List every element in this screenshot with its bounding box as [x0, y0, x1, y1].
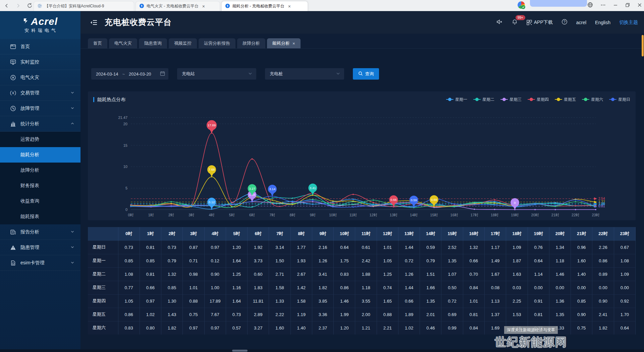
globe-icon[interactable] [587, 2, 593, 9]
legend-item-星期五[interactable]: 星期五 [555, 97, 576, 102]
svg-text:22时: 22时 [572, 213, 579, 217]
energy-chart-svg: 0510152021.470时1时2时3时4时5时6时7时8时9时10时11时1… [93, 105, 630, 220]
browser-popup-chip[interactable] [530, 0, 587, 7]
legend-marker-icon [582, 98, 589, 101]
value-cell: 0.03 [506, 281, 528, 294]
query-button[interactable]: 查询 [353, 68, 379, 80]
value-cell: 2.26 [592, 240, 614, 254]
value-cell: 0.73 [226, 308, 247, 321]
legend-item-星期六[interactable]: 星期六 [582, 97, 603, 102]
column-header: 9时 [312, 227, 333, 240]
value-cell: 1.66 [420, 281, 441, 294]
module-tab-电气火灾[interactable]: 电气火灾 [109, 38, 137, 48]
chevron-down-icon [70, 106, 74, 111]
vertical-scrollbar-thumb[interactable] [642, 35, 644, 56]
value-cell: 1.08 [118, 267, 140, 281]
sidebar-item-隐患管理[interactable]: 隐患管理 [0, 240, 80, 255]
forward-button[interactable] [15, 2, 21, 9]
column-header: 18时 [506, 227, 528, 240]
username[interactable]: acrel [576, 20, 586, 25]
brand-subtitle: 安科瑞电气 [24, 28, 58, 34]
module-tab-视频监控[interactable]: 视频监控 [169, 38, 197, 48]
submenu-item-能耗报表[interactable]: 能耗报表 [0, 209, 80, 224]
tab-close-icon[interactable]: × [292, 41, 295, 46]
pile-select[interactable]: 充电桩 [265, 68, 344, 80]
value-cell: 2.89 [248, 308, 269, 321]
svg-text:1时: 1时 [148, 213, 154, 217]
sidebar-item-报告分析[interactable]: 报告分析 [0, 224, 80, 240]
row-label: 星期日 [88, 240, 118, 254]
date-end[interactable]: 2024-03-20 [129, 72, 151, 77]
value-cell: 1.05 [377, 254, 398, 267]
mute-icon[interactable] [496, 18, 503, 26]
value-cell: 2.67 [290, 267, 312, 281]
browser-tab[interactable]: 能耗分析 - 充电桩收费云平台× [221, 1, 308, 11]
legend-item-星期日[interactable]: 星期日 [609, 97, 630, 102]
module-tab-首页[interactable]: 首页 [88, 38, 107, 48]
legend-item-星期二[interactable]: 星期二 [473, 97, 494, 102]
module-tab-故障分析[interactable]: 故障分析 [237, 38, 265, 48]
horizontal-scrollbar[interactable] [0, 349, 644, 352]
legend-item-星期四[interactable]: 星期四 [528, 97, 549, 102]
restore-button[interactable] [625, 3, 630, 9]
sidebar-item-统计分析[interactable]: 统计分析 [0, 116, 80, 132]
submenu-item-运营趋势[interactable]: 运营趋势 [0, 132, 80, 147]
value-cell: 3.55 [355, 294, 377, 308]
sidebar-item-交易管理[interactable]: ¥交易管理 [0, 85, 80, 101]
reload-button[interactable] [26, 2, 33, 9]
column-header: 21时 [571, 227, 592, 240]
browser-tab[interactable]: 【平台介绍】安科瑞AcrelCloud-9 [34, 1, 134, 11]
submenu-item-收益查询[interactable]: 收益查询 [0, 193, 80, 209]
theme-switch-link[interactable]: 切换主题 [619, 19, 638, 26]
tab-close-button[interactable]: × [202, 4, 205, 9]
value-cell: 0.64 [334, 240, 355, 254]
value-cell: 0.00 [528, 281, 549, 294]
legend-item-星期三[interactable]: 星期三 [500, 97, 522, 102]
legend-item-星期一[interactable]: 星期一 [446, 97, 467, 102]
sidebar-item-电气火灾[interactable]: 电气火灾 [0, 70, 80, 85]
date-start[interactable]: 2024-03-14 [96, 72, 118, 77]
module-tab-运营分析报告[interactable]: 运营分析报告 [199, 38, 235, 48]
value-cell: 1.77 [290, 240, 312, 254]
back-button[interactable] [3, 2, 10, 9]
svg-text:15: 15 [123, 143, 127, 147]
value-cell: 0.89 [592, 267, 614, 281]
value-cell: 2.21 [377, 321, 398, 335]
submenu-item-能耗分析[interactable]: 能耗分析 [0, 147, 80, 163]
collapse-sidebar-icon[interactable] [90, 18, 98, 27]
menu-dots-icon[interactable] [600, 2, 606, 9]
svg-text:3时: 3时 [189, 213, 194, 217]
close-window-button[interactable] [637, 3, 642, 9]
browser-bar: 【平台介绍】安科瑞AcrelCloud-9电气火灾 - 充电桩收费云平台×能耗分… [0, 0, 644, 11]
browser-sync-icon[interactable] [517, 1, 526, 11]
value-cell: 1.65 [377, 294, 398, 308]
sidebar-item-实时监控[interactable]: 实时监控 [0, 54, 80, 70]
table-row-星期五: 星期五0.861.021.430.757.670.732.892.221.193… [88, 308, 636, 321]
legend-label: 星期四 [537, 97, 549, 102]
hscroll-thumb[interactable] [232, 350, 248, 352]
date-range-input[interactable]: 2024-03-14 ~ 2024-03-20 [91, 68, 168, 80]
module-tab-隐患查询[interactable]: 隐患查询 [139, 38, 167, 48]
help-icon[interactable]: ? [561, 19, 568, 26]
submenu-item-财务报表[interactable]: 财务报表 [0, 178, 80, 193]
svg-text:0: 0 [125, 208, 127, 212]
sidebar-item-首页[interactable]: 首页 [0, 39, 80, 54]
value-cell: 1.53 [506, 308, 528, 321]
notification-bell-icon[interactable]: 99+ [512, 19, 518, 26]
module-tab-能耗分析[interactable]: 能耗分析× [267, 38, 301, 48]
value-cell: 1.43 [161, 308, 183, 321]
language-switch[interactable]: English [595, 20, 610, 25]
value-cell: 1.21 [355, 321, 377, 335]
minimize-button[interactable] [613, 3, 618, 9]
browser-tab[interactable]: 电气火灾 - 充电桩收费云平台× [136, 1, 220, 11]
value-cell: 1.08 [614, 254, 635, 267]
svg-text:3.41: 3.41 [310, 186, 316, 190]
sidebar-item-故障管理[interactable]: 故障管理 [0, 101, 80, 116]
tab-close-button[interactable]: × [288, 4, 291, 9]
sidebar-item-esim卡管理[interactable]: esim卡管理 [0, 255, 80, 271]
submenu-item-故障分析[interactable]: 故障分析 [0, 163, 80, 178]
calendar-icon[interactable] [160, 71, 165, 77]
app-download-link[interactable]: APP下载 [527, 19, 553, 26]
station-select[interactable]: 充电站 [177, 68, 256, 80]
svg-text:20: 20 [123, 122, 127, 126]
